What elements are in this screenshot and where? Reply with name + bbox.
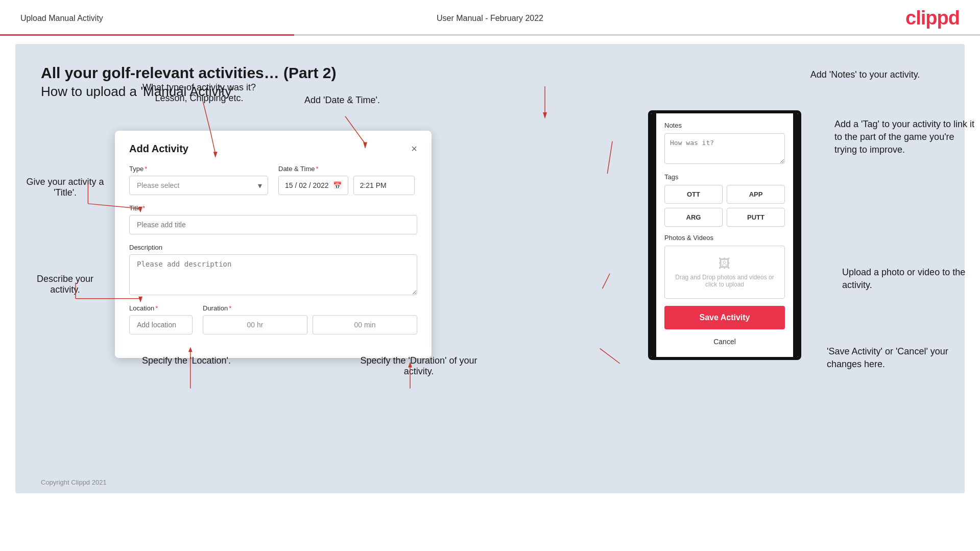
annotation-what-type: What type of activity was it? Lesson, Ch… <box>140 82 258 104</box>
dialog-title: Add Activity <box>129 143 188 155</box>
manual-label: User Manual - February 2022 <box>437 14 543 23</box>
phone-right-bar <box>793 113 798 357</box>
duration-label: Duration* <box>203 304 417 312</box>
datetime-group: Date & Time* 15 / 02 / 2022 📅 <box>278 165 417 195</box>
top-divider <box>0 34 980 36</box>
annotation-duration: Specify the 'Duration' of your activity. <box>345 355 493 377</box>
dialog-header: Add Activity × <box>129 143 417 155</box>
annotation-describe: Describe your activity. <box>26 274 105 295</box>
close-button[interactable]: × <box>411 143 417 155</box>
upload-icon: 🖼 <box>675 256 774 271</box>
copyright: Copyright Clippd 2021 <box>41 478 107 486</box>
location-input[interactable] <box>129 315 193 334</box>
save-activity-button[interactable]: Save Activity <box>664 306 785 329</box>
type-select[interactable]: Please select <box>129 176 268 195</box>
location-group: Location* <box>129 304 193 334</box>
tag-app[interactable]: APP <box>727 185 785 204</box>
svg-line-20 <box>600 348 620 363</box>
annotation-tag: Add a 'Tag' to your activity to link it … <box>834 118 977 157</box>
svg-marker-17 <box>543 112 547 119</box>
notes-textarea[interactable] <box>664 133 785 164</box>
phone-inner: Notes Tags OTT APP ARG PUTT Photos & Vid… <box>656 113 793 357</box>
date-input[interactable]: 15 / 02 / 2022 📅 <box>278 176 348 195</box>
annotation-date-time: Add 'Date & Time'. <box>291 95 393 106</box>
annotation-location: Specify the 'Location'. <box>130 355 243 366</box>
annotation-notes: Add 'Notes' to your activity. <box>809 69 921 80</box>
location-label: Location* <box>129 304 193 312</box>
description-group: Description <box>129 244 417 295</box>
page-title: Upload Manual Activity <box>20 14 103 23</box>
main-heading-title: All your golf-relevant activities… (Part… <box>41 64 939 82</box>
svg-line-0 <box>203 101 210 131</box>
notes-label: Notes <box>664 122 785 129</box>
type-datetime-row: Type* Please select Date & Time* 15 / 02… <box>129 165 417 195</box>
title-group: Title* <box>129 204 417 234</box>
photos-label: Photos & Videos <box>664 234 785 242</box>
title-label: Title* <box>129 204 417 212</box>
title-row: Title* <box>129 204 417 234</box>
annotation-save: 'Save Activity' or 'Cancel' your changes… <box>827 345 980 371</box>
duration-minutes-input[interactable] <box>313 315 417 334</box>
description-row: Description <box>129 244 417 295</box>
tags-grid: OTT APP ARG PUTT <box>664 185 785 227</box>
tag-ott[interactable]: OTT <box>664 185 723 204</box>
duration-hours-input[interactable] <box>203 315 307 334</box>
add-activity-dialog: Add Activity × Type* Please select Date … <box>115 131 432 358</box>
datetime-label: Date & Time* <box>278 165 417 173</box>
calendar-icon: 📅 <box>333 181 342 189</box>
date-time-inputs: 15 / 02 / 2022 📅 <box>278 176 417 195</box>
photos-upload-area[interactable]: 🖼 Drag and Drop photos and videos or cli… <box>664 246 785 299</box>
phone-left-bar <box>651 113 656 357</box>
top-bar: Upload Manual Activity User Manual - Feb… <box>0 0 980 34</box>
location-duration-row: Location* Duration* <box>129 304 417 334</box>
duration-inputs <box>203 315 417 334</box>
phone-panel: Notes Tags OTT APP ARG PUTT Photos & Vid… <box>648 110 801 360</box>
title-input[interactable] <box>129 215 417 234</box>
tags-label: Tags <box>664 173 785 181</box>
annotation-title: Give your activity a 'Title'. <box>26 177 105 198</box>
duration-group: Duration* <box>203 304 417 334</box>
description-textarea[interactable] <box>129 254 417 295</box>
type-select-wrapper: Please select <box>129 176 268 195</box>
time-input[interactable] <box>353 176 415 195</box>
tag-putt[interactable]: PUTT <box>727 208 785 227</box>
tag-arg[interactable]: ARG <box>664 208 723 227</box>
annotation-upload: Upload a photo or video to the activity. <box>842 266 975 292</box>
logo: clippd <box>905 7 960 29</box>
svg-line-18 <box>607 141 612 174</box>
type-label: Type* <box>129 165 268 173</box>
description-label: Description <box>129 244 417 251</box>
main-content: All your golf-relevant activities… (Part… <box>15 44 965 493</box>
cancel-button[interactable]: Cancel <box>664 334 785 349</box>
type-group: Type* Please select <box>129 165 268 195</box>
date-value: 15 / 02 / 2022 <box>285 181 329 189</box>
svg-line-19 <box>603 274 610 289</box>
upload-text: Drag and Drop photos and videos or click… <box>675 274 774 288</box>
